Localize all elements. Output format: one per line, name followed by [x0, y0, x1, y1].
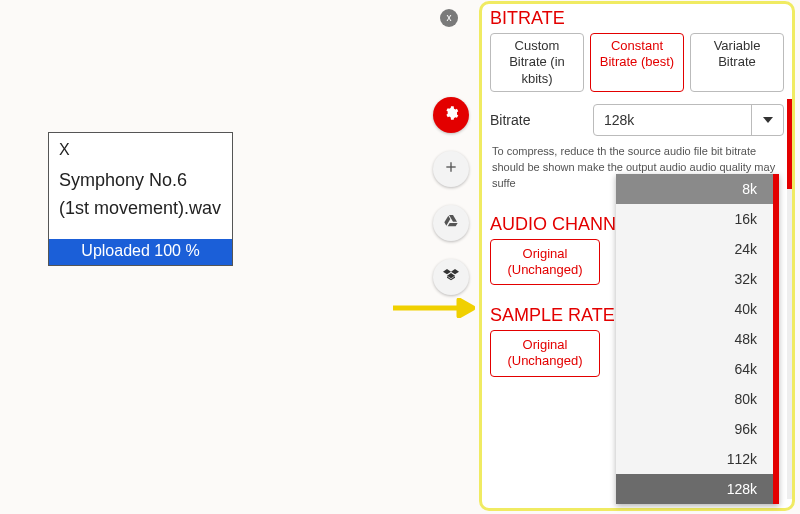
file-close-button[interactable]: X [49, 133, 232, 161]
bitrate-option[interactable]: 24k [616, 234, 779, 264]
bitrate-label: Bitrate [490, 112, 593, 128]
bitrate-option[interactable]: 128k [616, 474, 779, 504]
bitrate-select[interactable]: 128k [593, 104, 784, 136]
close-icon[interactable]: x [440, 9, 458, 27]
settings-button[interactable] [433, 97, 469, 133]
bitrate-option[interactable]: 112k [616, 444, 779, 474]
bitrate-option[interactable]: 40k [616, 294, 779, 324]
google-drive-button[interactable] [433, 205, 469, 241]
plus-icon [443, 159, 459, 179]
panel-scrollbar[interactable] [787, 99, 792, 499]
section-title-bitrate: BITRATE [482, 4, 792, 33]
bitrate-option[interactable]: 96k [616, 414, 779, 444]
gear-icon [443, 105, 459, 125]
bitrate-option[interactable]: 80k [616, 384, 779, 414]
uploaded-file-card: X Symphony No.6 (1st movement).wav Uploa… [48, 132, 233, 266]
tab-variable-bitrate[interactable]: Variable Bitrate [690, 33, 784, 92]
tab-custom-bitrate[interactable]: Custom Bitrate (in kbits) [490, 33, 584, 92]
channels-original-button[interactable]: Original (Unchanged) [490, 239, 600, 286]
panel-scrollbar-thumb[interactable] [787, 99, 792, 189]
upload-status: Uploaded 100 % [49, 239, 232, 265]
sample-rate-original-button[interactable]: Original (Unchanged) [490, 330, 600, 377]
file-name: Symphony No.6 (1st movement).wav [49, 161, 232, 239]
dropbox-button[interactable] [433, 259, 469, 295]
bitrate-dropdown[interactable]: 8k 16k 24k 32k 40k 48k 64k 80k 96k 112k … [616, 174, 779, 504]
chevron-down-icon [751, 104, 783, 136]
bitrate-option[interactable]: 8k [616, 174, 779, 204]
google-drive-icon [443, 213, 459, 233]
add-file-button[interactable] [433, 151, 469, 187]
bitrate-mode-tabs: Custom Bitrate (in kbits) Constant Bitra… [482, 33, 792, 98]
dropbox-icon [443, 267, 459, 287]
pointer-arrow [393, 298, 475, 318]
bitrate-option[interactable]: 48k [616, 324, 779, 354]
bitrate-option[interactable]: 64k [616, 354, 779, 384]
bitrate-selected-value: 128k [604, 112, 634, 128]
bitrate-option[interactable]: 32k [616, 264, 779, 294]
bitrate-option[interactable]: 16k [616, 204, 779, 234]
tab-constant-bitrate[interactable]: Constant Bitrate (best) [590, 33, 684, 92]
dropdown-scrollbar[interactable] [773, 174, 779, 504]
settings-panel: BITRATE Custom Bitrate (in kbits) Consta… [479, 1, 795, 511]
